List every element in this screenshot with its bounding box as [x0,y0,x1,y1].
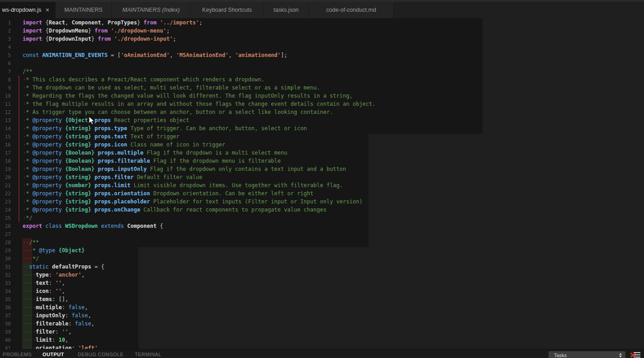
line-number: 37 [0,312,11,320]
tab-label: MAINTAINERS [64,7,103,13]
code-line[interactable]: 7/** [0,67,644,75]
line-number: 21 [0,182,11,190]
code-line[interactable]: 33····text: '', [0,279,644,287]
code-line[interactable]: 21·* @property {number} props.limit Limi… [0,181,644,189]
panel-tab-terminal[interactable]: TERMINAL [135,352,161,357]
code-line[interactable]: 36····multiple: false, [0,303,644,311]
line-number: 5 [0,52,11,60]
code-line[interactable]: 29···* @type {Object} [0,246,644,254]
code-line[interactable]: 22·* @property {string} props.orientatio… [0,189,644,198]
line-number: 24 [0,206,11,214]
editor-tab-code-of-conduct-md[interactable]: code-of-conduct.md [309,2,394,18]
line-number: 6 [0,60,11,68]
line-number: 32 [0,271,11,279]
chevron-updown-icon [619,353,622,358]
clear-output-icon[interactable] [630,352,641,358]
editor-tab-ws-dropdown-js[interactable]: ws-dropdown.js✕ [0,2,56,18]
editor-tab-maintainers[interactable]: MAINTAINERS [56,2,112,18]
line-number: 25 [0,214,11,222]
code-line[interactable]: 5const ANIMATION_END_EVENTS = ['oAnimati… [0,51,644,59]
code-line[interactable]: 2import {DropdownMenu} from './dropdown-… [0,27,644,35]
panel-tab-output[interactable]: OUTPUT [43,352,64,357]
code-line[interactable]: 13·* @property {Object} props React prop… [0,116,644,124]
tab-label: Keyboard Shortcuts [202,7,252,13]
code-line[interactable]: 30···*/ [0,254,644,263]
code-line[interactable]: 37····inputOnly: false, [0,311,644,320]
line-number: 13 [0,117,11,125]
code-line[interactable]: 10·* Regarding the flags the changed val… [0,92,644,100]
code-line[interactable]: 12·* As trigger type you can choose betw… [0,108,644,116]
mouse-pointer-icon [89,116,95,125]
panel-tab-debug-console[interactable]: DEBUG CONSOLE [78,352,123,357]
code-line[interactable]: 8·* This class describes a Preact/React … [0,75,644,84]
line-number: 12 [0,108,11,117]
code-line[interactable]: 34····icon: '', [0,287,644,295]
tab-label: ws-dropdown.js [2,7,41,13]
code-line[interactable]: 1import {React, Component, PropTypes} fr… [0,19,644,27]
bottom-panel: PROBLEMSOUTPUTDEBUG CONSOLETERMINAL Task… [0,349,644,358]
code-line[interactable]: 35····items: [], [0,295,644,303]
editor-tab-keyboard-shortcuts[interactable]: Keyboard Shortcuts [191,2,264,18]
line-number: 10 [0,92,11,100]
line-number: 9 [0,84,11,92]
code-line[interactable]: 20·* @property {string} props.filter Def… [0,173,644,181]
editor-tab-tasks-json[interactable]: tasks.json [264,2,309,18]
code-line[interactable]: 39····filter: '', [0,328,644,336]
code-line[interactable]: 38····filterable: false, [0,320,644,328]
code-line[interactable]: 23·* @property {string} props.placeholde… [0,198,644,206]
line-number: 39 [0,328,11,336]
code-line[interactable]: 40····limit: 10, [0,336,644,344]
line-number: 1 [0,19,11,27]
code-line[interactable]: 18·* @property {Boolean} props.filterabl… [0,157,644,165]
code-line[interactable]: 25·*/ [0,214,644,222]
line-number: 34 [0,287,11,296]
tab-bar: ws-dropdown.js✕MAINTAINERSMAINTAINERS (I… [0,2,394,18]
line-number: 18 [0,157,11,165]
output-channel-select[interactable]: Tasks [549,351,625,358]
tab-label: MAINTAINERS (Index) [123,7,180,13]
line-number: 33 [0,279,11,287]
code-line[interactable]: 26export class WSDropdown extends Compon… [0,222,644,230]
code-line[interactable]: 28··/** [0,238,644,246]
line-number: 35 [0,296,11,304]
code-line[interactable]: 3import {DropdownInput} from './dropdown… [0,35,644,43]
code-line[interactable]: 19·* @property {Boolean} props.inputOnly… [0,165,644,173]
code-line[interactable]: 15·* @property {string} props.text Text … [0,132,644,141]
line-number: 15 [0,133,11,141]
line-number: 14 [0,125,11,133]
line-number: 22 [0,190,11,198]
line-number: 7 [0,68,11,76]
code-line[interactable]: 11·* the flag multiple results in an arr… [0,100,644,108]
editor-tab-maintainers-index-[interactable]: MAINTAINERS (Index) [112,2,191,18]
code-area[interactable]: 1import {React, Component, PropTypes} fr… [0,19,644,352]
line-number: 4 [0,43,11,52]
tab-label: code-of-conduct.md [326,7,376,13]
line-number: 2 [0,27,11,35]
code-line[interactable]: 32····type: 'anchor', [0,271,644,279]
code-line[interactable]: 17·* @property {Boolean} props.multiple … [0,149,644,157]
code-line[interactable]: 24·* @property {string} props.onChange C… [0,206,644,214]
line-number: 36 [0,304,11,312]
line-number: 16 [0,141,11,149]
line-number: 8 [0,76,11,84]
line-number: 30 [0,255,11,263]
code-line[interactable]: 6 [0,59,644,67]
line-number: 26 [0,222,11,231]
code-line[interactable]: 31··static defaultProps = { [0,263,644,271]
close-icon[interactable]: ✕ [45,8,49,13]
code-line[interactable]: 27 [0,230,644,238]
code-line[interactable]: 9·* The dropdown can be used as select, … [0,84,644,92]
line-number: 38 [0,320,11,328]
code-line[interactable]: 4 [0,43,644,51]
line-number: 20 [0,174,11,182]
line-number: 19 [0,165,11,174]
line-number: 3 [0,35,11,43]
panel-tab-problems[interactable]: PROBLEMS [3,352,32,357]
line-number: 11 [0,100,11,108]
code-line[interactable]: 14·* @property {string} props.type Type … [0,124,644,132]
line-number: 28 [0,239,11,247]
editor-pane[interactable]: 1import {React, Component, PropTypes} fr… [0,18,644,349]
code-line[interactable]: 16·* @property {string} props.icon Class… [0,141,644,149]
output-channel-label: Tasks [554,353,619,358]
line-number: 23 [0,198,11,206]
